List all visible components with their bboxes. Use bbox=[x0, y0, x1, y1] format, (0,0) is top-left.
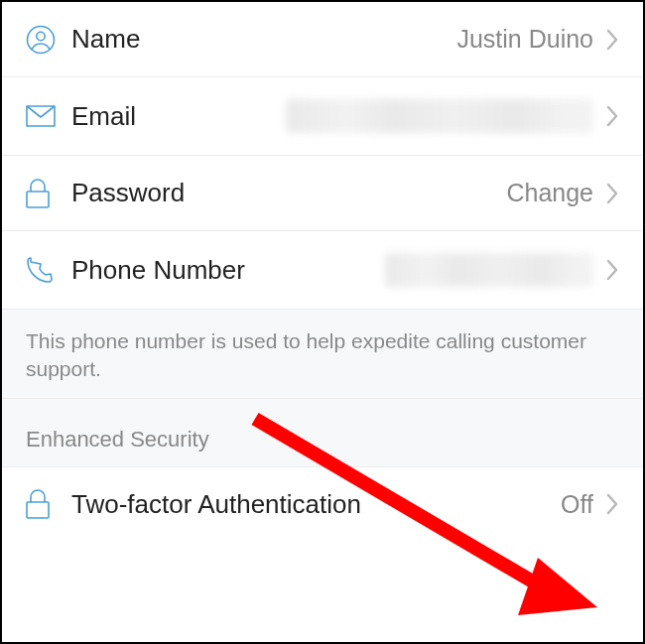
svg-rect-4 bbox=[27, 502, 49, 518]
row-label: Phone Number bbox=[71, 255, 245, 286]
row-value: Off bbox=[561, 490, 593, 519]
redacted-value bbox=[286, 99, 593, 133]
row-name[interactable]: Name Justin Duino bbox=[2, 2, 643, 77]
section-note: This phone number is used to help expedi… bbox=[2, 310, 643, 399]
chevron-right-icon bbox=[605, 258, 619, 282]
row-value: Justin Duino bbox=[456, 25, 593, 54]
row-value: Change bbox=[506, 179, 593, 207]
row-password[interactable]: Password Change bbox=[2, 156, 643, 231]
chevron-right-icon bbox=[605, 104, 619, 128]
svg-marker-7 bbox=[518, 558, 597, 615]
envelope-icon bbox=[26, 105, 71, 127]
lock-icon bbox=[26, 489, 71, 519]
section-header-enhanced-security: Enhanced Security bbox=[2, 399, 643, 467]
row-email[interactable]: Email bbox=[2, 77, 643, 156]
redacted-value bbox=[385, 253, 593, 287]
svg-rect-3 bbox=[27, 192, 49, 207]
lock-icon bbox=[26, 179, 71, 208]
chevron-right-icon bbox=[605, 28, 619, 52]
row-two-factor[interactable]: Two-factor Authentication Off bbox=[2, 467, 643, 542]
row-label: Two-factor Authentication bbox=[71, 489, 361, 520]
row-label: Email bbox=[71, 101, 136, 132]
row-label: Name bbox=[71, 24, 140, 55]
chevron-right-icon bbox=[605, 182, 619, 205]
row-phone[interactable]: Phone Number bbox=[2, 231, 643, 310]
phone-icon bbox=[26, 256, 71, 284]
chevron-right-icon bbox=[605, 492, 619, 516]
svg-point-1 bbox=[37, 32, 45, 40]
row-label: Password bbox=[71, 178, 185, 208]
person-icon bbox=[26, 25, 71, 55]
